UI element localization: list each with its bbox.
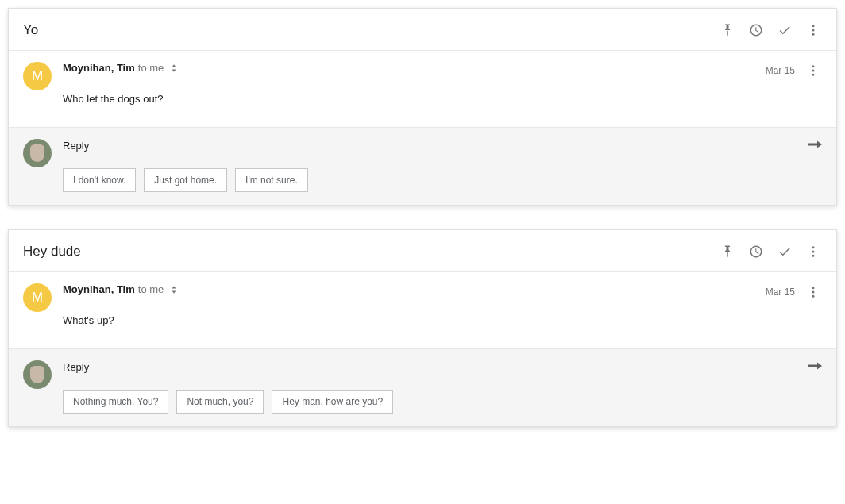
- svg-point-0: [812, 25, 815, 27]
- expand-details-icon[interactable]: [170, 64, 178, 72]
- message-row: M Moynihan, Tim to me Who let the dogs o…: [9, 51, 836, 127]
- reply-label[interactable]: Reply: [63, 361, 89, 373]
- expand-details-icon[interactable]: [170, 286, 178, 294]
- svg-point-2: [812, 33, 815, 36]
- message-text: Who let the dogs out?: [63, 93, 754, 105]
- pin-icon[interactable]: [719, 21, 736, 39]
- done-icon[interactable]: [776, 21, 793, 39]
- smart-reply-button[interactable]: Not much, you?: [176, 390, 264, 414]
- pin-icon[interactable]: [719, 243, 736, 260]
- svg-point-9: [812, 287, 815, 289]
- email-subject: Hey dude: [23, 244, 81, 260]
- message-meta: Mar 15: [766, 62, 822, 79]
- message-row: M Moynihan, Tim to me What's up? Mar 15: [9, 272, 836, 348]
- reply-label[interactable]: Reply: [63, 140, 89, 152]
- svg-point-3: [812, 65, 815, 67]
- svg-point-4: [812, 70, 815, 72]
- smart-reply-button[interactable]: Just got home.: [144, 168, 227, 192]
- header-actions: [719, 243, 822, 260]
- sender-to: to me: [138, 283, 164, 295]
- smart-reply-button[interactable]: I don't know.: [63, 168, 136, 192]
- sender-name: Moynihan, Tim: [63, 283, 135, 295]
- message-body: Moynihan, Tim to me Who let the dogs out…: [63, 62, 754, 105]
- sender-avatar[interactable]: M: [23, 283, 52, 312]
- email-subject: Yo: [23, 22, 38, 38]
- svg-point-7: [812, 251, 815, 253]
- svg-point-10: [812, 291, 815, 294]
- sender-line: Moynihan, Tim to me: [63, 62, 754, 74]
- reply-section: Reply Nothing much. You? Not much, you? …: [9, 348, 836, 426]
- snooze-icon[interactable]: [747, 243, 765, 260]
- header-actions: [719, 21, 822, 39]
- reply-section: Reply I don't know. Just got home. I'm n…: [9, 127, 836, 205]
- forward-icon[interactable]: [808, 139, 822, 152]
- forward-icon[interactable]: [808, 360, 822, 374]
- card-header: Hey dude: [9, 230, 836, 272]
- message-more-icon[interactable]: [804, 62, 822, 79]
- message-meta: Mar 15: [766, 283, 822, 301]
- reply-body: Reply I don't know. Just got home. I'm n…: [63, 139, 822, 192]
- sender-avatar[interactable]: M: [23, 62, 52, 90]
- message-more-icon[interactable]: [804, 283, 822, 301]
- sender-to: to me: [138, 62, 164, 74]
- message-date: Mar 15: [766, 287, 795, 298]
- reply-top: Reply: [63, 360, 822, 374]
- snooze-icon[interactable]: [747, 21, 765, 39]
- sender-line: Moynihan, Tim to me: [63, 283, 754, 295]
- message-text: What's up?: [63, 314, 754, 326]
- more-icon[interactable]: [804, 21, 822, 39]
- card-header: Yo: [9, 9, 836, 51]
- svg-point-5: [812, 74, 815, 76]
- more-icon[interactable]: [804, 243, 822, 260]
- reply-top: Reply: [63, 139, 822, 152]
- smart-reply-button[interactable]: Nothing much. You?: [63, 390, 168, 414]
- svg-point-8: [812, 255, 815, 257]
- user-avatar[interactable]: [23, 139, 52, 167]
- sender-name: Moynihan, Tim: [63, 62, 135, 74]
- svg-point-1: [812, 29, 815, 32]
- smart-replies: Nothing much. You? Not much, you? Hey ma…: [63, 390, 822, 414]
- message-body: Moynihan, Tim to me What's up?: [63, 283, 754, 326]
- email-card: Hey dude M Moynihan, Tim to me: [8, 229, 837, 427]
- user-avatar[interactable]: [23, 360, 52, 389]
- email-card: Yo M Moynihan, Tim to me: [8, 8, 837, 206]
- svg-point-6: [812, 246, 815, 248]
- message-date: Mar 15: [766, 65, 795, 76]
- smart-replies: I don't know. Just got home. I'm not sur…: [63, 168, 822, 192]
- done-icon[interactable]: [776, 243, 793, 260]
- smart-reply-button[interactable]: Hey man, how are you?: [272, 390, 393, 414]
- svg-point-11: [812, 295, 815, 298]
- reply-body: Reply Nothing much. You? Not much, you? …: [63, 360, 822, 414]
- smart-reply-button[interactable]: I'm not sure.: [235, 168, 308, 192]
